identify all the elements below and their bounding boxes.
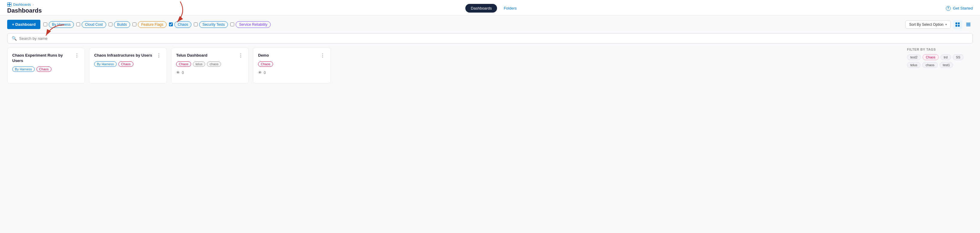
card-demo: Demo ⋮ Chaos 👁 0 (253, 48, 331, 83)
filter-tags-area: By Harness Cloud Cost Builds Feature Fla… (43, 21, 902, 28)
card-3-header: Telus Dashboard ⋮ (176, 53, 244, 58)
filter-label-chaos: Chaos (174, 21, 191, 28)
card-4-views-icon: 👁 (258, 70, 262, 75)
card-4-header: Demo ⋮ (258, 53, 326, 58)
filter-by-tags-panel: FILTER BY TAGS test2 Chaos trd SS telus … (907, 48, 973, 70)
breadcrumb-link[interactable]: Dashboards (13, 3, 31, 6)
card-4-footer: 👁 0 (258, 70, 326, 75)
card-3-tag-chaos-lower[interactable]: chaos (207, 61, 221, 67)
filter-badge-telus[interactable]: telus (907, 62, 921, 68)
center-tabs: Dashboards Folders (465, 4, 522, 13)
card-4-menu-button[interactable]: ⋮ (320, 53, 326, 58)
filter-tag-builds[interactable]: Builds (108, 21, 130, 28)
filter-tag-security-tests[interactable]: Security Tests (194, 21, 228, 28)
filter-tag-feature-flags[interactable]: Feature Flags (132, 21, 167, 28)
svg-rect-3 (10, 5, 11, 6)
checkbox-builds[interactable] (108, 22, 113, 26)
card-2-title: Chaos Infrastructures by Users (94, 53, 153, 58)
card-2-tag-by-harness[interactable]: By Harness (94, 61, 117, 67)
card-3-footer: 👁 0 (176, 70, 244, 75)
view-icons (953, 20, 973, 29)
filter-label-security-tests: Security Tests (199, 21, 228, 28)
checkbox-feature-flags[interactable] (132, 22, 136, 26)
breadcrumb-area: Dashboards › Dashboards (7, 2, 42, 14)
list-view-button[interactable] (964, 20, 973, 29)
svg-rect-12 (966, 26, 970, 26)
card-1-tag-chaos[interactable]: Chaos (37, 67, 51, 72)
card-1-tags: By Harness Chaos (12, 67, 80, 72)
card-1-tag-by-harness[interactable]: By Harness (12, 67, 35, 72)
tab-folders[interactable]: Folders (498, 4, 522, 13)
card-chaos-infrastructures: Chaos Infrastructures by Users ⋮ By Harn… (89, 48, 167, 83)
grid-view-button[interactable] (953, 20, 962, 29)
checkbox-service-reliability[interactable] (230, 22, 234, 26)
search-bar: 🔍 (7, 33, 973, 43)
get-started-label: Get Started (953, 6, 973, 11)
filter-label-service-reliability: Service Reliability (235, 21, 270, 28)
filter-badge-trd[interactable]: trd (940, 54, 951, 60)
sort-view-area: Sort By Select Option ▾ (905, 20, 973, 29)
filter-tags-row-1: test2 Chaos trd SS (907, 54, 973, 60)
card-4-tags: Chaos (258, 61, 326, 67)
get-started-icon: ? (946, 6, 951, 11)
card-4-tag-chaos[interactable]: Chaos (258, 61, 273, 67)
cards-section: Chaos Experiment Runs by Users ⋮ By Harn… (7, 48, 973, 83)
filter-label-by-harness: By Harness (49, 21, 74, 28)
sort-label: Sort By Select Option (909, 22, 943, 27)
dashboards-breadcrumb-icon (7, 2, 11, 6)
svg-rect-1 (10, 3, 11, 4)
card-3-view-count: 0 (182, 71, 184, 75)
tab-dashboards[interactable]: Dashboards (465, 4, 497, 13)
svg-rect-9 (958, 25, 960, 27)
card-2-menu-button[interactable]: ⋮ (156, 53, 162, 58)
filter-panel-title: FILTER BY TAGS (907, 48, 973, 51)
card-3-tag-telus[interactable]: telus (193, 61, 205, 67)
card-3-menu-button[interactable]: ⋮ (238, 53, 244, 58)
filter-tags-row-2: telus chaos test1 (907, 62, 973, 68)
checkbox-cloud-cost[interactable] (76, 22, 80, 26)
card-1-title: Chaos Experiment Runs by Users (12, 53, 72, 64)
filter-label-builds: Builds (114, 21, 130, 28)
card-4-title: Demo (258, 53, 317, 58)
filter-badge-ss[interactable]: SS (953, 54, 964, 60)
sort-dropdown[interactable]: Sort By Select Option ▾ (905, 20, 951, 29)
filter-tag-chaos[interactable]: Chaos (169, 21, 191, 28)
filter-badge-chaos[interactable]: Chaos (923, 54, 939, 60)
card-3-views-icon: 👁 (176, 70, 180, 75)
card-2-tags: By Harness Chaos (94, 61, 162, 67)
svg-rect-11 (966, 24, 970, 25)
checkbox-by-harness[interactable] (43, 22, 47, 26)
card-telus-dashboard: Telus Dashboard ⋮ Chaos telus chaos 👁 0 (171, 48, 249, 83)
filter-tag-by-harness[interactable]: By Harness (43, 21, 74, 28)
main-content: + Dashboard By Harness Cloud Cost (0, 16, 980, 88)
filter-badge-test1[interactable]: test1 (940, 62, 953, 68)
svg-rect-10 (966, 23, 970, 24)
card-3-tags: Chaos telus chaos (176, 61, 244, 67)
checkbox-security-tests[interactable] (194, 22, 198, 26)
search-icon: 🔍 (12, 36, 17, 41)
search-input[interactable] (19, 36, 968, 41)
card-3-tag-chaos[interactable]: Chaos (176, 61, 191, 67)
get-started-link[interactable]: ? Get Started (946, 6, 973, 11)
svg-rect-0 (8, 3, 9, 4)
checkbox-chaos[interactable] (169, 22, 173, 26)
cards-grid: Chaos Experiment Runs by Users ⋮ By Harn… (7, 48, 902, 83)
svg-rect-6 (956, 22, 957, 24)
add-dashboard-button[interactable]: + Dashboard (7, 20, 40, 29)
filter-label-cloud-cost: Cloud Cost (82, 21, 106, 28)
filter-tag-service-reliability[interactable]: Service Reliability (230, 21, 270, 28)
card-1-menu-button[interactable]: ⋮ (74, 53, 80, 58)
filter-badge-chaos-lower[interactable]: chaos (922, 62, 937, 68)
card-2-header: Chaos Infrastructures by Users ⋮ (94, 53, 162, 58)
svg-rect-7 (958, 22, 960, 24)
svg-rect-8 (956, 25, 957, 27)
filter-tag-cloud-cost[interactable]: Cloud Cost (76, 21, 106, 28)
card-chaos-experiment: Chaos Experiment Runs by Users ⋮ By Harn… (7, 48, 85, 83)
card-1-header: Chaos Experiment Runs by Users ⋮ (12, 53, 80, 64)
toolbar: + Dashboard By Harness Cloud Cost (7, 20, 973, 29)
top-bar: Dashboards › Dashboards Dashboards Folde… (0, 0, 980, 16)
breadcrumb-chevron: › (33, 3, 33, 6)
filter-badge-test2[interactable]: test2 (907, 54, 921, 60)
card-2-tag-chaos[interactable]: Chaos (118, 61, 134, 67)
page-title: Dashboards (7, 7, 42, 14)
